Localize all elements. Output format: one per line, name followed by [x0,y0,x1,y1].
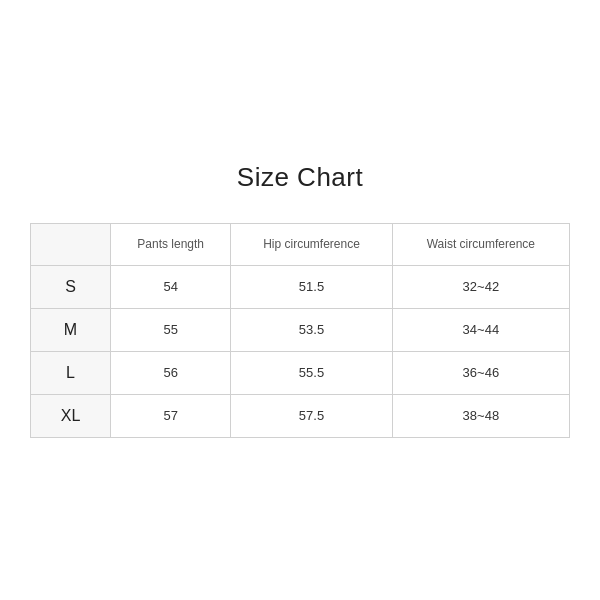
table-row: L5655.536~46 [31,351,570,394]
size-table: Pants length Hip circumference Waist cir… [30,223,570,438]
cell-hip: 53.5 [231,308,392,351]
cell-waist: 34~44 [392,308,569,351]
cell-pants-length: 56 [111,351,231,394]
cell-size: S [31,265,111,308]
page-title: Size Chart [30,162,570,193]
header-hip-circumference: Hip circumference [231,224,392,266]
table-row: XL5757.538~48 [31,394,570,437]
table-row: S5451.532~42 [31,265,570,308]
cell-size: XL [31,394,111,437]
cell-size: L [31,351,111,394]
header-waist-circumference: Waist circumference [392,224,569,266]
table-header-row: Pants length Hip circumference Waist cir… [31,224,570,266]
cell-hip: 55.5 [231,351,392,394]
cell-waist: 36~46 [392,351,569,394]
cell-hip: 57.5 [231,394,392,437]
cell-waist: 38~48 [392,394,569,437]
cell-size: M [31,308,111,351]
table-row: M5553.534~44 [31,308,570,351]
size-chart-container: Size Chart Pants length Hip circumferenc… [30,162,570,438]
cell-pants-length: 55 [111,308,231,351]
cell-pants-length: 54 [111,265,231,308]
header-pants-length: Pants length [111,224,231,266]
cell-pants-length: 57 [111,394,231,437]
cell-waist: 32~42 [392,265,569,308]
cell-hip: 51.5 [231,265,392,308]
header-size [31,224,111,266]
